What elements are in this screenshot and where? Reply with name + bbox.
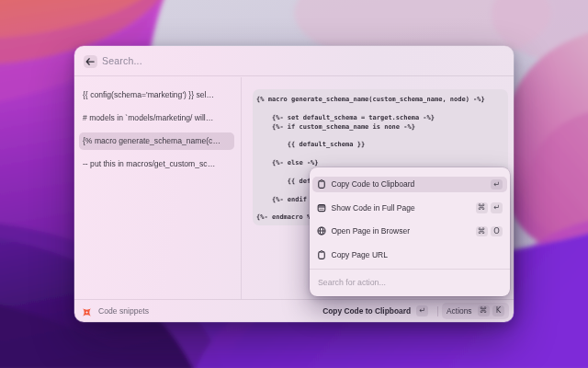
clipboard-icon [317,250,326,259]
search-input[interactable]: Search... [102,46,142,76]
snippet-list: {{ config(schema='marketing') }} sel… # … [74,77,242,299]
menu-row-inner: Copy Page URL [312,247,507,263]
o-key-badge: O [491,226,503,237]
actions-popup: Copy Code to Clipboard ↵ Show Code in Fu… [310,167,510,296]
list-item[interactable]: {{ config(schema='marketing') }} sel… [79,86,234,104]
back-arrow-icon [85,58,95,65]
cmd-key-badge: ⌘ [478,305,490,316]
back-button[interactable] [84,55,97,69]
menu-item-shortcuts: ⌘ ↵ [476,202,503,213]
menu-item-label: Open Page in Browser [332,226,476,236]
extension-name: Code snippets [98,300,149,322]
action-search-input[interactable]: Search for action... [318,270,386,296]
menu-item-shortcuts: ↵ [491,179,503,190]
actions-button[interactable]: Actions ⌘ K [442,303,509,319]
dbt-logo-icon [82,307,92,317]
enter-key-badge: ↵ [416,305,428,316]
primary-action-label[interactable]: Copy Code to Clipboard [322,306,411,316]
menu-item-open-browser[interactable]: Open Page in Browser ⌘ O [312,220,507,244]
k-key-badge: K [492,305,504,316]
footer-actions-area: Copy Code to Clipboard ↵ Actions ⌘ K [322,300,509,322]
list-item[interactable]: -- put this in macros/get_custom_sc… [79,155,234,173]
menu-item-copy-url[interactable]: Copy Page URL [312,243,507,267]
menu-item-label: Copy Page URL [332,250,503,259]
menu-item-copy-code[interactable]: Copy Code to Clipboard ↵ [312,173,507,197]
menu-row-inner: Open Page in Browser ⌘ O [312,224,507,240]
menu-item-shortcuts: ⌘ O [476,226,503,237]
list-item[interactable]: # models in `models/marketing/ will… [79,109,234,127]
menu-row-inner: Copy Code to Clipboard ↵ [312,177,507,193]
footer-divider [437,306,438,316]
search-header: Search... [74,46,514,76]
menu-row-inner: Show Code in Full Page ⌘ ↵ [312,200,507,216]
screen: Search... {{ config(schema='marketing') … [0,0,588,368]
enter-key-badge: ↵ [491,202,503,213]
menu-item-label: Copy Code to Clipboard [332,179,492,189]
menu-item-label: Show Code in Full Page [332,203,476,213]
clipboard-icon [317,179,326,189]
list-item-selected[interactable]: {% macro generate_schema_name(c… [79,132,234,150]
menu-item-show-code[interactable]: Show Code in Full Page ⌘ ↵ [312,196,507,220]
globe-icon [317,226,326,236]
cmd-key-badge: ⌘ [476,226,488,237]
enter-key-badge: ↵ [491,179,503,190]
cmd-key-badge: ⌘ [476,202,488,213]
status-bar: Code snippets Copy Code to Clipboard ↵ A… [74,299,514,322]
actions-label: Actions [447,306,471,316]
app-window-icon [317,203,326,213]
